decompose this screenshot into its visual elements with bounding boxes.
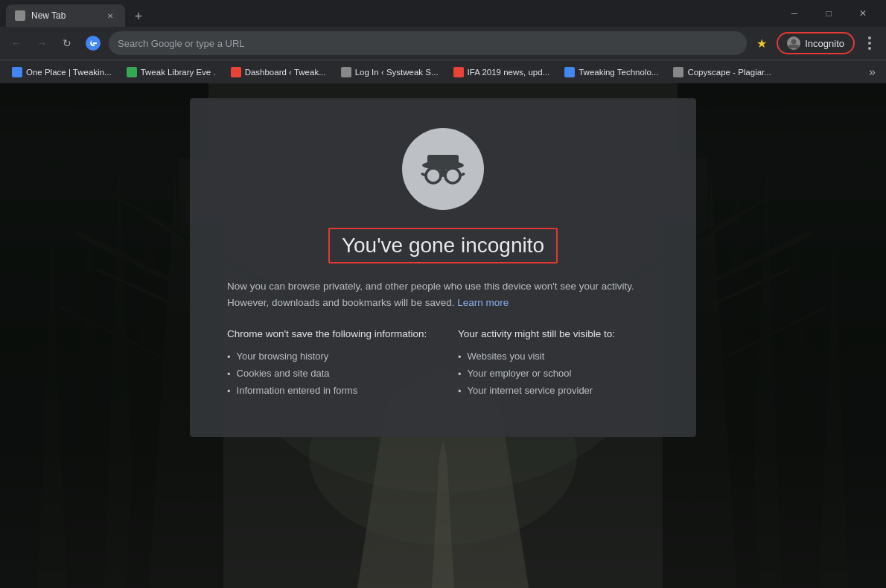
might-visible-item: • Your internet service provider	[458, 383, 659, 400]
main-content-area: You've gone incognito Now you can browse…	[0, 83, 886, 588]
bookmark-favicon	[231, 67, 241, 77]
bookmark-favicon	[341, 67, 351, 77]
bookmark-star-button[interactable]: ★	[751, 33, 772, 54]
bookmark-item[interactable]: Tweak Library Eve .	[121, 63, 222, 81]
minimize-button[interactable]: ─	[777, 0, 812, 27]
forward-button[interactable]: →	[31, 33, 52, 54]
window-controls: ─ □ ✕	[777, 0, 880, 27]
address-bar[interactable]: Search Google or type a URL	[109, 31, 747, 55]
bookmark-favicon	[673, 67, 683, 77]
svg-point-42	[440, 167, 446, 175]
bookmark-item[interactable]: IFA 2019 news, upd...	[447, 63, 556, 81]
wont-save-item: • Information entered in forms	[227, 383, 428, 400]
bookmark-favicon	[453, 67, 464, 77]
incognito-icon	[417, 149, 469, 190]
bookmark-item[interactable]: One Place | Tweakin...	[6, 63, 118, 81]
close-button[interactable]: ✕	[846, 0, 880, 27]
might-visible-column: Your activity might still be visible to:…	[458, 328, 659, 400]
incognito-title: You've gone incognito	[328, 228, 558, 263]
svg-rect-36	[424, 164, 462, 167]
nav-bar: ← → ↻ Search Google or type a URL ★ Inco…	[0, 27, 886, 60]
new-tab-button[interactable]: +	[128, 6, 149, 27]
incognito-avatar-icon	[787, 36, 800, 50]
maximize-button[interactable]: □	[812, 0, 846, 27]
tab-strip: New Tab ✕ +	[6, 0, 777, 27]
back-button[interactable]: ←	[6, 33, 27, 54]
incognito-logo	[402, 128, 484, 210]
bookmark-favicon	[127, 67, 137, 77]
might-visible-item: • Your employer or school	[458, 365, 659, 383]
bookmark-label: Tweak Library Eve .	[141, 68, 216, 77]
wont-save-list: • Your browsing history • Cookies and si…	[227, 348, 428, 400]
incognito-label: Incognito	[805, 38, 844, 49]
active-tab[interactable]: New Tab ✕	[6, 4, 125, 27]
bookmark-label: Dashboard ‹ Tweak...	[245, 68, 326, 77]
tab-title: New Tab	[31, 10, 98, 21]
bookmark-favicon	[564, 67, 575, 77]
tab-close-button[interactable]: ✕	[104, 10, 116, 22]
bookmark-item[interactable]: Tweaking Technolo...	[558, 63, 664, 81]
bookmark-label: Tweaking Technolo...	[579, 68, 658, 77]
chrome-menu-button[interactable]	[859, 33, 880, 54]
bookmark-label: IFA 2019 news, upd...	[468, 68, 550, 77]
svg-point-37	[426, 168, 441, 183]
learn-more-link[interactable]: Learn more	[457, 297, 509, 308]
bookmark-item[interactable]: Log In ‹ Systweak S...	[335, 63, 444, 81]
svg-rect-1	[93, 42, 97, 44]
info-columns: Chrome won't save the following informat…	[227, 328, 659, 400]
reload-button[interactable]: ↻	[57, 33, 77, 54]
wont-save-item: • Cookies and site data	[227, 365, 428, 383]
might-visible-list: • Websites you visit • Your employer or …	[458, 348, 659, 400]
bookmark-label: Copyscape - Plagiar...	[687, 68, 771, 77]
wont-save-item: • Your browsing history	[227, 348, 428, 365]
svg-point-38	[445, 168, 460, 183]
title-bar: New Tab ✕ + ─ □ ✕	[0, 0, 886, 27]
bookmark-item[interactable]: Copyscape - Plagiar...	[667, 63, 777, 81]
might-visible-item: • Websites you visit	[458, 348, 659, 365]
bookmark-label: Log In ‹ Systweak S...	[355, 68, 439, 77]
incognito-description: Now you can browse privately, and other …	[227, 278, 659, 310]
wont-save-title: Chrome won't save the following informat…	[227, 328, 428, 339]
bookmark-label: One Place | Tweakin...	[26, 68, 112, 77]
svg-point-2	[791, 39, 797, 44]
tab-favicon	[15, 10, 25, 21]
svg-rect-3	[788, 45, 799, 48]
bookmark-favicon	[12, 67, 22, 77]
url-text: Search Google or type a URL	[118, 38, 245, 49]
bookmark-item[interactable]: Dashboard ‹ Tweak...	[225, 63, 332, 81]
incognito-profile-button[interactable]: Incognito	[777, 32, 855, 54]
incognito-card: You've gone incognito Now you can browse…	[190, 98, 696, 437]
bookmarks-overflow-button[interactable]: »	[864, 65, 880, 79]
might-visible-title: Your activity might still be visible to:	[458, 328, 659, 339]
google-logo-icon	[85, 35, 101, 51]
wont-save-column: Chrome won't save the following informat…	[227, 328, 428, 400]
bookmarks-bar: One Place | Tweakin... Tweak Library Eve…	[0, 60, 886, 83]
